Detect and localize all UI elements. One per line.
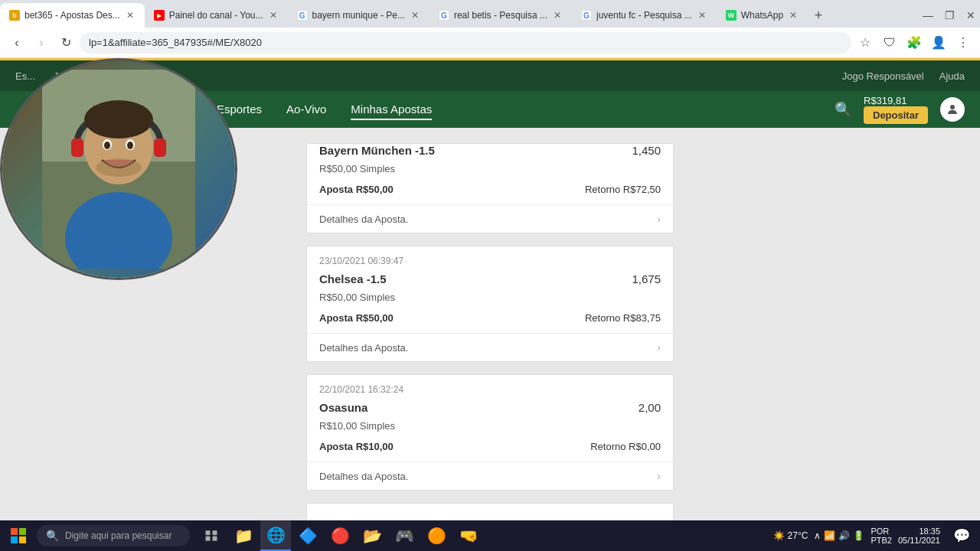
taskbar-search-icon: 🔍 xyxy=(46,530,59,542)
bet-details-link-2[interactable]: Detalhes da Aposta. › xyxy=(307,333,673,361)
tab-favicon-google3: G xyxy=(581,10,592,21)
taskbar-time: 18:35 xyxy=(898,527,940,536)
nav-ao-vivo[interactable]: Ao-Vivo xyxy=(286,99,326,120)
balance-amount: R$319,81 xyxy=(864,95,928,106)
svg-point-0 xyxy=(950,105,955,109)
taskbar-chrome-icon[interactable]: 🌐 xyxy=(260,520,291,551)
shield-icon[interactable]: 🛡 xyxy=(879,32,900,54)
svg-point-7 xyxy=(84,100,153,139)
webcam-video xyxy=(2,60,235,278)
bets-container: Bayern München -1.5 1,450 R$50,00 Simple… xyxy=(306,143,674,538)
bet-details-link-3[interactable]: Detalhes da Aposta. › xyxy=(307,461,673,490)
tab-close-google2[interactable]: ✕ xyxy=(552,8,563,22)
user-avatar[interactable] xyxy=(940,97,965,122)
svg-point-11 xyxy=(127,142,133,149)
svg-point-12 xyxy=(96,158,142,177)
taskbar-app-icons: 📁 🌐 🔷 🔴 📂 🎮 🟠 🤜 xyxy=(196,520,484,551)
navigation-bar: ‹ › ↻ lp=1&affiliate=365_847935#/ME/X802… xyxy=(0,28,980,58)
tab-google-betis[interactable]: G real betis - Pesquisa ... ✕ xyxy=(430,3,572,28)
bet-details-link-1[interactable]: Detalhes da Aposta. › xyxy=(307,204,673,233)
nav-minhas-apostas[interactable]: Minhas Apostas xyxy=(351,99,432,120)
tab-favicon-google1: G xyxy=(297,10,308,21)
webcam-overlay xyxy=(0,58,237,280)
taskbar-battery-icon[interactable]: 🔋 xyxy=(853,530,864,541)
tab-close-bet365[interactable]: ✕ xyxy=(125,8,136,22)
new-tab-button[interactable]: + xyxy=(808,5,829,26)
top-nav-right: Jogo Responsável Ajuda xyxy=(842,70,965,82)
nav-icons-group: ☆ 🛡 🧩 👤 ⋮ xyxy=(854,32,974,54)
taskbar-taskview-button[interactable] xyxy=(196,520,227,551)
restore-button[interactable]: ❐ xyxy=(940,6,959,24)
svg-rect-20 xyxy=(213,536,217,541)
top-nav-ajuda[interactable]: Ajuda xyxy=(939,70,965,82)
bet-amounts-3: Aposta R$10,00 Retorno R$0,00 xyxy=(307,438,673,461)
extensions-icon[interactable]: 🧩 xyxy=(903,32,925,54)
taskbar-weather: ☀️ 27°C xyxy=(773,530,808,541)
taskbar-opera-icon[interactable]: 🔴 xyxy=(325,520,355,551)
top-nav-jogo-responsavel[interactable]: Jogo Responsável xyxy=(842,70,924,82)
bet-details-label-3: Detalhes da Aposta. xyxy=(319,471,408,482)
svg-rect-18 xyxy=(213,530,217,535)
bet-type-3: R$10,00 Simples xyxy=(307,420,673,438)
taskbar-input-method: PTB2 xyxy=(871,536,892,545)
bet-aposta-3: Aposta R$10,00 xyxy=(319,441,394,452)
tab-close-whatsapp[interactable]: ✕ xyxy=(788,8,799,22)
tab-close-google1[interactable]: ✕ xyxy=(410,8,420,22)
address-text: lp=1&affiliate=365_847935#/ME/X8020 xyxy=(89,37,262,48)
close-window-button[interactable]: ✕ xyxy=(962,6,980,24)
taskbar-app2-icon[interactable]: 🟠 xyxy=(421,520,452,551)
svg-rect-5 xyxy=(154,139,166,157)
taskbar-arrow-up-icon[interactable]: ∧ xyxy=(814,530,821,541)
tab-whatsapp[interactable]: W WhatsApp ✕ xyxy=(717,3,808,28)
bet-date-3: 22/10/2021 16:32:24 xyxy=(307,375,673,401)
tab-bet365[interactable]: b bet365 - Apostas Des... ✕ xyxy=(0,3,145,28)
reload-button[interactable]: ↻ xyxy=(55,32,77,54)
tab-google-bayern[interactable]: G bayern munique - Pe... ✕ xyxy=(288,3,430,28)
bookmark-icon[interactable]: ☆ xyxy=(854,32,876,54)
weather-temp: 27°C xyxy=(788,530,808,541)
bet-type-1: R$50,00 Simples xyxy=(307,163,673,181)
tab-title-google3: juventu fc - Pesquisa ... xyxy=(596,10,692,21)
bet-details-arrow-2: › xyxy=(657,341,661,354)
tab-favicon-bet365: b xyxy=(9,10,20,21)
tab-close-google3[interactable]: ✕ xyxy=(697,8,707,22)
taskbar-notifications-button[interactable]: 💬 xyxy=(946,520,977,551)
taskbar-time-display: 18:35 05/11/2021 xyxy=(898,527,940,545)
back-button[interactable]: ‹ xyxy=(6,32,28,54)
taskbar-date: 05/11/2021 xyxy=(898,536,940,545)
svg-rect-13 xyxy=(11,528,18,535)
taskbar-volume-icon[interactable]: 🔊 xyxy=(838,530,850,541)
bet-details-arrow-1: › xyxy=(657,213,661,225)
taskbar-right: ☀️ 27°C ∧ 📶 🔊 🔋 POR PTB2 18:35 05/11/202… xyxy=(773,520,977,551)
account-icon[interactable]: 👤 xyxy=(928,32,949,54)
taskbar-search-bar[interactable]: 🔍 Digite aqui para pesquisar xyxy=(37,525,190,546)
tab-title-bet365: bet365 - Apostas Des... xyxy=(24,10,120,21)
forward-button[interactable]: › xyxy=(31,32,52,54)
tab-close-youtube[interactable]: ✕ xyxy=(268,8,279,22)
taskbar-app1-icon[interactable]: 🎮 xyxy=(389,520,420,551)
start-button[interactable] xyxy=(3,520,34,551)
bet-retorno-1: Retorno R$72,50 xyxy=(585,184,661,195)
deposit-button[interactable]: Depositar xyxy=(864,106,928,124)
taskbar-edge-icon[interactable]: 🔷 xyxy=(292,520,323,551)
taskbar: 🔍 Digite aqui para pesquisar 📁 🌐 🔷 🔴 📂 🎮… xyxy=(0,520,980,551)
bet-team-name-3: Osasuna xyxy=(319,401,368,414)
search-icon[interactable]: 🔍 xyxy=(835,101,851,118)
bet-team-name-2: Chelsea -1.5 xyxy=(319,272,387,285)
tab-google-juventus[interactable]: G juventu fc - Pesquisa ... ✕ xyxy=(572,3,717,28)
taskbar-files-icon[interactable]: 📁 xyxy=(228,520,259,551)
minimize-button[interactable]: — xyxy=(919,6,937,24)
taskbar-app3-icon[interactable]: 🤜 xyxy=(453,520,484,551)
bet-team-row-2: Chelsea -1.5 1,675 xyxy=(307,272,673,292)
tab-title-youtube: Painel do canal - You... xyxy=(169,10,263,21)
tab-bar: b bet365 - Apostas Des... ✕ ▶ Painel do … xyxy=(0,0,980,28)
address-bar[interactable]: lp=1&affiliate=365_847935#/ME/X8020 xyxy=(80,32,851,54)
top-nav-esportes[interactable]: Es... xyxy=(15,70,35,82)
taskbar-files2-icon[interactable]: 📂 xyxy=(357,520,387,551)
svg-rect-14 xyxy=(19,528,26,535)
tab-youtube[interactable]: ▶ Painel do canal - You... ✕ xyxy=(145,3,288,28)
bet-odds-1: 1,450 xyxy=(632,144,661,157)
taskbar-network-icon[interactable]: 📶 xyxy=(824,530,835,541)
browser-chrome: b bet365 - Apostas Des... ✕ ▶ Painel do … xyxy=(0,0,980,60)
menu-icon[interactable]: ⋮ xyxy=(952,32,974,54)
